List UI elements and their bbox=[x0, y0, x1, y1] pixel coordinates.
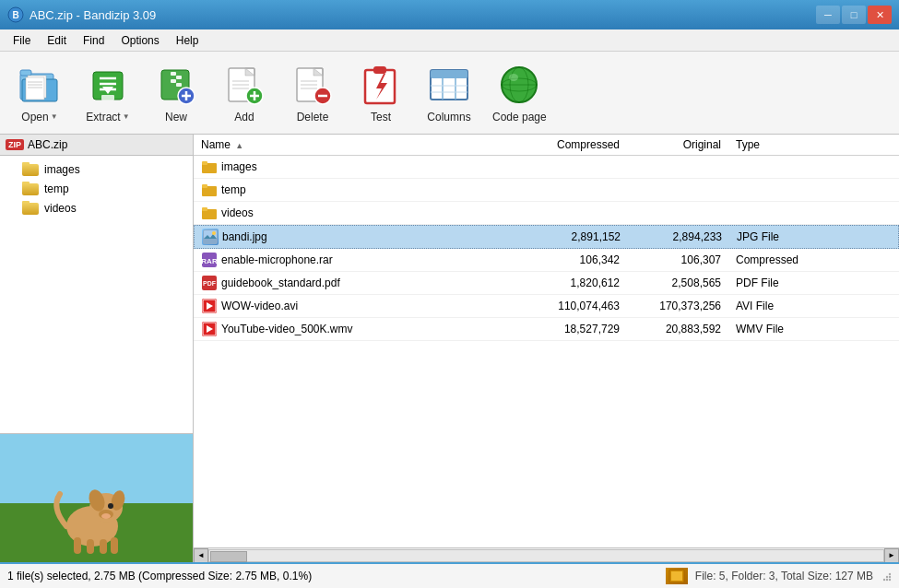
title-bar: B ABC.zip - Bandizip 3.09 ─ □ ✕ bbox=[0, 0, 899, 29]
delete-label: Delete bbox=[297, 111, 329, 123]
svg-point-61 bbox=[101, 513, 111, 519]
svg-point-75 bbox=[212, 231, 216, 235]
codepage-button[interactable]: Code page bbox=[485, 56, 554, 130]
add-icon bbox=[222, 63, 266, 107]
tree-item-images[interactable]: images bbox=[0, 159, 193, 179]
test-label: Test bbox=[371, 111, 391, 123]
col-header-compressed[interactable]: Compressed bbox=[507, 138, 627, 151]
tree-item-temp-label: temp bbox=[44, 182, 69, 195]
menu-edit[interactable]: Edit bbox=[40, 32, 74, 49]
open-label: Open bbox=[21, 111, 48, 123]
delete-button[interactable]: Delete bbox=[280, 56, 345, 130]
svg-rect-15 bbox=[101, 95, 114, 100]
folder-icon-row-images bbox=[201, 159, 218, 175]
file-row-avi[interactable]: WOW-video.avi 110,074,463 170,373,256 AV… bbox=[194, 295, 899, 318]
svg-point-88 bbox=[889, 579, 891, 581]
close-button[interactable]: ✕ bbox=[868, 6, 892, 24]
test-button[interactable]: Test bbox=[349, 56, 413, 130]
svg-point-59 bbox=[108, 503, 113, 509]
svg-rect-20 bbox=[176, 83, 182, 87]
status-bar: 1 file(s) selected, 2.75 MB (Compressed … bbox=[0, 562, 899, 588]
file-row-images[interactable]: images bbox=[194, 156, 899, 179]
bandi-type: JPG File bbox=[729, 230, 898, 243]
new-button[interactable]: New bbox=[144, 56, 208, 130]
svg-rect-6 bbox=[26, 77, 44, 100]
menu-help[interactable]: Help bbox=[169, 32, 207, 49]
svg-rect-71 bbox=[202, 207, 207, 211]
menu-file[interactable]: File bbox=[6, 32, 38, 49]
file-row-bandi[interactable]: bandi.jpg 2,891,152 2,894,233 JPG File bbox=[194, 225, 899, 249]
svg-rect-67 bbox=[202, 161, 207, 165]
file-row-videos[interactable]: videos bbox=[194, 202, 899, 225]
col-header-type[interactable]: Type bbox=[728, 138, 899, 151]
svg-rect-43 bbox=[431, 70, 467, 78]
toolbar: Open ▼ Extract ▼ bbox=[0, 52, 899, 135]
file-list-header: Name ▲ Compressed Original Type bbox=[194, 135, 899, 156]
svg-text:PDF: PDF bbox=[203, 280, 217, 287]
svg-point-93 bbox=[889, 573, 891, 575]
file-row-rar[interactable]: RAR enable-microphone.rar 106,342 106,30… bbox=[194, 249, 899, 272]
jpg-icon bbox=[202, 229, 219, 245]
delete-icon bbox=[290, 63, 335, 107]
col-header-name[interactable]: Name ▲ bbox=[194, 138, 507, 151]
window-controls: ─ □ ✕ bbox=[816, 6, 892, 24]
file-row-pdf[interactable]: PDF guidebook_standard.pdf 1,820,612 2,5… bbox=[194, 272, 899, 295]
app-icon: B bbox=[7, 6, 24, 23]
extract-icon bbox=[86, 63, 130, 107]
pdf-icon: PDF bbox=[201, 275, 218, 291]
window-title: ABC.zip - Bandizip 3.09 bbox=[30, 8, 156, 22]
open-button[interactable]: Open ▼ bbox=[7, 56, 72, 130]
tree-panel: ZIP ABC.zip images temp bbox=[0, 135, 194, 562]
add-button[interactable]: Add bbox=[212, 56, 277, 130]
add-label: Add bbox=[234, 111, 254, 123]
tree-item-videos[interactable]: videos bbox=[0, 198, 193, 218]
bandi-compressed: 2,891,152 bbox=[508, 230, 628, 243]
scroll-track[interactable] bbox=[208, 549, 884, 562]
codepage-icon bbox=[497, 63, 541, 107]
minimize-button[interactable]: ─ bbox=[816, 6, 840, 24]
columns-button[interactable]: Columns bbox=[417, 56, 481, 130]
folder-icon-temp bbox=[22, 182, 39, 195]
scroll-right-button[interactable]: ► bbox=[884, 548, 899, 563]
menu-options[interactable]: Options bbox=[113, 32, 166, 49]
new-label: New bbox=[165, 111, 187, 123]
status-left: 1 file(s) selected, 2.75 MB (Compressed … bbox=[7, 570, 658, 582]
folder-icon-videos bbox=[22, 201, 39, 215]
col-header-original[interactable]: Original bbox=[627, 138, 728, 151]
svg-rect-64 bbox=[100, 539, 107, 554]
main-area: ZIP ABC.zip images temp bbox=[0, 135, 899, 562]
svg-rect-87 bbox=[671, 571, 682, 581]
file-row-wmv[interactable]: YouTube-video_500K.wmv 18,527,729 20,883… bbox=[194, 318, 899, 341]
tree-item-images-label: images bbox=[44, 163, 80, 176]
menu-bar: File Edit Find Options Help bbox=[0, 29, 899, 52]
status-right: File: 5, Folder: 3, Total Size: 127 MB bbox=[695, 570, 873, 582]
svg-rect-3 bbox=[20, 70, 31, 76]
scroll-left-button[interactable]: ◄ bbox=[194, 548, 208, 563]
svg-rect-69 bbox=[202, 184, 207, 188]
resize-grip-icon bbox=[881, 570, 892, 582]
menu-find[interactable]: Find bbox=[76, 32, 112, 49]
tree-item-temp[interactable]: temp bbox=[0, 179, 193, 198]
file-row-temp[interactable]: temp bbox=[194, 179, 899, 202]
horizontal-scrollbar[interactable]: ◄ ► bbox=[194, 547, 899, 562]
svg-point-92 bbox=[886, 576, 888, 578]
folder-icon-images bbox=[22, 162, 39, 176]
tree-item-videos-label: videos bbox=[44, 202, 77, 215]
scroll-thumb[interactable] bbox=[210, 551, 247, 562]
tree-root-label: ABC.zip bbox=[28, 138, 67, 151]
sort-arrow: ▲ bbox=[235, 141, 243, 150]
file-rows: images temp bbox=[194, 156, 899, 547]
extract-button[interactable]: Extract ▼ bbox=[76, 56, 140, 130]
svg-text:RAR: RAR bbox=[202, 257, 217, 265]
svg-rect-63 bbox=[87, 539, 94, 554]
restore-button[interactable]: □ bbox=[842, 6, 866, 24]
svg-text:B: B bbox=[12, 10, 18, 20]
tree-root-item[interactable]: ZIP ABC.zip bbox=[0, 135, 193, 156]
svg-point-91 bbox=[889, 576, 891, 578]
open-dropdown-icon: ▼ bbox=[51, 112, 58, 121]
bandi-original: 2,894,233 bbox=[628, 230, 729, 243]
svg-point-90 bbox=[883, 579, 885, 581]
avi-icon bbox=[201, 298, 218, 314]
status-icon bbox=[666, 568, 688, 584]
extract-label: Extract bbox=[86, 111, 120, 123]
